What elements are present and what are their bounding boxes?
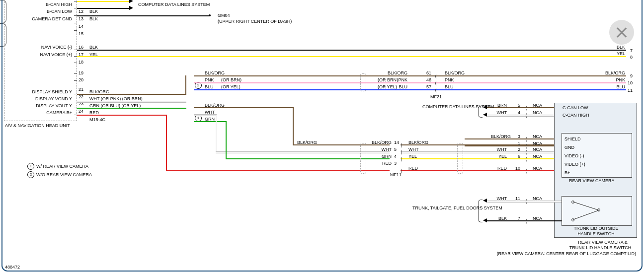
- doc-id: 488472: [5, 265, 20, 270]
- assembly-loc: (REAR VIEW CAMERA: CENTER REAR OF LUGGAG…: [467, 251, 636, 256]
- right-pin: 8: [630, 55, 633, 60]
- wire-v: [226, 121, 227, 159]
- pin-num: 5: [394, 147, 397, 152]
- wire-color: GRN: [368, 154, 392, 159]
- pin-num: 10: [515, 166, 520, 171]
- camera-pin-label: SHIELD: [564, 136, 581, 141]
- pin-num: 6: [518, 154, 520, 159]
- wire-color: BLK: [611, 45, 625, 50]
- dest-label: TRUNK, TAILGATE, FUEL DOORS SYSTEM: [412, 205, 475, 210]
- pin-label: DISPLAY VOUT Y: [10, 103, 72, 108]
- option-1-badge: 1: [27, 163, 34, 170]
- camera-pin-label: VIDEO (+): [564, 162, 585, 167]
- camera-pin-label: GND: [564, 145, 574, 150]
- arrow-icon: [129, 0, 133, 3]
- pin-num: 57: [426, 84, 431, 89]
- wire-color: RED: [408, 166, 418, 171]
- pin-num: 12: [79, 9, 83, 14]
- head-unit-title: A/V & NAVIGATION HEAD UNIT: [5, 123, 55, 128]
- arrow-icon: [129, 6, 133, 10]
- pin-num: 16: [79, 45, 83, 50]
- close-button[interactable]: [609, 20, 634, 45]
- pin-num: 22: [79, 94, 83, 99]
- wire-blk: [77, 15, 209, 16]
- pin-num: 20: [79, 77, 83, 82]
- pin-num: 21: [79, 87, 83, 92]
- wire-wht: [77, 101, 186, 103]
- connector-id: M15-4C: [89, 117, 105, 122]
- wire-color: RED: [368, 161, 392, 166]
- wire-alt: (OR YEL): [378, 84, 397, 89]
- arrow-icon: [483, 218, 487, 222]
- camera-title: REAR VIEW CAMERA: [569, 178, 615, 183]
- dest-label: COMPUTER DATA LINES SYSTEM: [138, 2, 193, 7]
- ground-dot: [209, 14, 211, 16]
- pin-label: CAMERA DET GND: [20, 16, 72, 21]
- nca-label: NCA: [533, 134, 542, 139]
- pin-num: 4: [394, 154, 397, 159]
- bracket-icon: [478, 200, 483, 222]
- pin-label: DISPLAY SHIELD Y: [10, 89, 72, 94]
- pin-label: NAVI VOICE (+): [20, 52, 72, 57]
- nca-label: NCA: [533, 196, 542, 201]
- nca-label: NCA: [533, 166, 542, 171]
- pin-num: 14: [79, 24, 83, 29]
- pin-label: CAMERA B+: [20, 110, 72, 115]
- right-pin: 9: [630, 73, 633, 78]
- wire-color: GRN: [205, 117, 215, 122]
- camera-pin-label: C-CAN HIGH: [563, 113, 589, 118]
- camera-pin-label: VIDEO (-): [564, 153, 584, 158]
- nca-label: NCA: [533, 110, 542, 115]
- wire-color: BLK/ORG: [378, 70, 407, 75]
- wire-blk: [77, 8, 129, 9]
- wire-color: RED: [492, 166, 507, 171]
- wire-color: BRN: [492, 103, 507, 108]
- wire-yel: [77, 1, 129, 2]
- pin-num: 11: [515, 196, 520, 201]
- diagram-frame: [1, 0, 643, 272]
- wire-color: BLK: [89, 9, 98, 14]
- legend-2: W/O REAR VIEW CAMERA: [36, 172, 92, 177]
- wire-blkorg: [194, 75, 626, 76]
- wire-color: WHT: [368, 147, 392, 152]
- splice-icon: [360, 143, 366, 174]
- bracket-icon: [478, 106, 483, 118]
- wire-blkorg: [77, 94, 186, 95]
- wire-color: BLU: [606, 84, 625, 89]
- wire-color: BLK/ORG: [205, 103, 225, 108]
- pin-num: 18: [79, 60, 83, 65]
- switch-title: TRUNK LID OUTSIDE: [567, 226, 625, 231]
- pin-label: NAVI VOICE (-): [20, 45, 72, 50]
- wire-color: BLK/ORG: [205, 70, 225, 75]
- wire-color: BLK/ORG: [297, 140, 317, 145]
- wire-color: BLK: [89, 16, 98, 21]
- wire-color: BLK/ORG: [445, 70, 465, 75]
- wire-grn: [77, 108, 186, 109]
- switch-title2: HANDLE SWITCH: [567, 231, 625, 236]
- right-pin: 10: [628, 80, 633, 85]
- camera-pin-label: C-CAN LOW: [563, 105, 588, 110]
- right-pin: 7: [630, 48, 633, 53]
- pin-num: 2: [518, 147, 520, 152]
- wire-red: [77, 115, 166, 116]
- pin-num: 5: [518, 103, 520, 108]
- wire-color: WHT: [492, 110, 507, 115]
- pin-num: 13: [79, 16, 83, 21]
- wire-color: BLK/ORG: [487, 134, 511, 139]
- wire-color: BLU: [445, 84, 454, 89]
- pin-label: DISPLAY VGND Y: [10, 96, 72, 101]
- wire-color: BLK/ORG: [601, 70, 625, 75]
- wire-color: BLU: [205, 84, 214, 89]
- gm04-loc: (UPPER RIGHT CENTER OF DASH): [218, 19, 267, 24]
- wire-color: PNK: [445, 77, 454, 82]
- pin-num: 46: [426, 77, 431, 82]
- pin-num: 7: [518, 216, 520, 221]
- wire-color: YEL: [611, 51, 625, 56]
- mf11-label: MF11: [390, 172, 402, 177]
- pin-num: 3: [394, 161, 397, 166]
- wire-color: BLK: [492, 216, 507, 221]
- wire-color: BLK/ORG: [408, 140, 428, 145]
- gm04-label: GM04: [218, 13, 230, 18]
- wire-blk: [77, 50, 626, 51]
- wire-color: WHT: [205, 110, 215, 115]
